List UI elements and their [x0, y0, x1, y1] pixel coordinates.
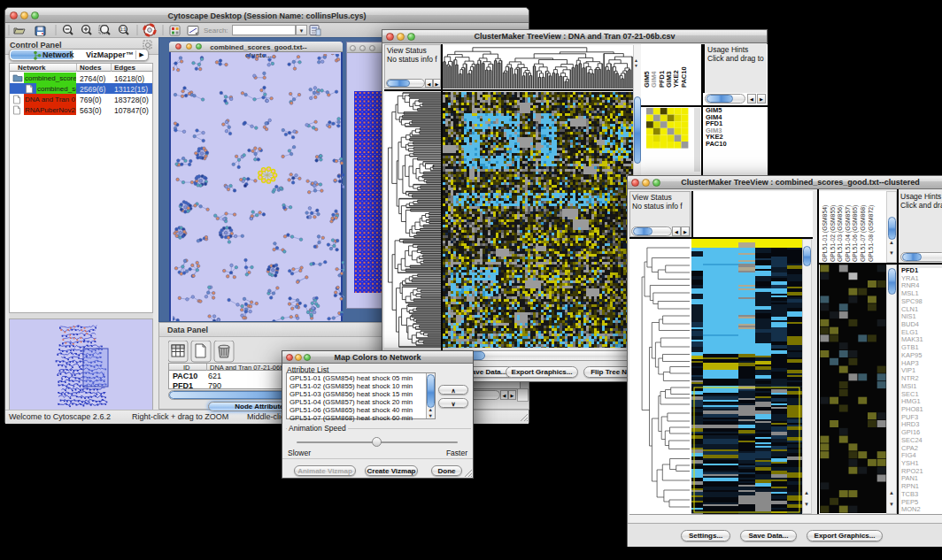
svg-text:GPL51-04 (GSM857): GPL51-04 (GSM857): [845, 205, 852, 262]
svg-text:GPL51-08 (GSM872): GPL51-08 (GSM872): [868, 205, 875, 262]
svg-text:PAC10: PAC10: [680, 66, 688, 88]
svg-text:GPL51-02 (GSM855): GPL51-02 (GSM855): [830, 205, 837, 262]
svg-text:1:1: 1:1: [120, 27, 127, 32]
svg-text:GPL51-01 (GSM854): GPL51-01 (GSM854): [822, 205, 829, 262]
svg-text:GPL51-06 (GSM865): GPL51-06 (GSM865): [852, 205, 859, 262]
svg-text:GPL51-03 (GSM856): GPL51-03 (GSM856): [837, 205, 844, 262]
svg-text:Search:: Search:: [204, 27, 228, 35]
svg-text:GPL51-07 (GSM868): GPL51-07 (GSM868): [860, 205, 867, 262]
